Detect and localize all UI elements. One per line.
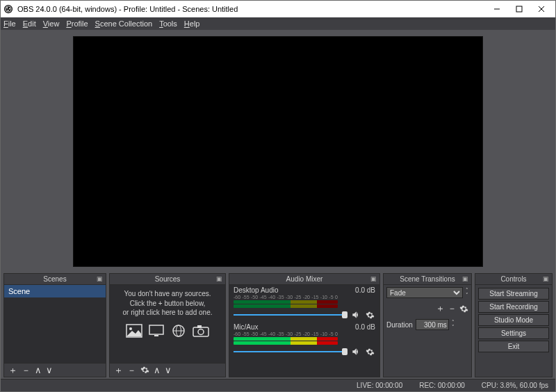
transitions-popout-icon[interactable]: ▣	[462, 275, 468, 282]
mixer-track-mic: Mic/Aux 0.0 dB -60-55-50-45-40-35-30-25-…	[229, 322, 379, 359]
speaker-icon[interactable]	[350, 346, 361, 357]
meter-bar	[234, 341, 338, 345]
bottom-panels: Scenes ▣ Scene ＋ － ∧ ∨ Sources ▣ You don…	[1, 270, 555, 379]
add-transition-button[interactable]: ＋	[436, 302, 445, 315]
svg-rect-18	[197, 325, 202, 328]
controls-body: Start Streaming Start Recording Studio M…	[475, 285, 552, 377]
transition-select-spin[interactable]: ˄˅	[466, 288, 468, 297]
scenes-title: Scenes	[43, 275, 66, 283]
menu-file[interactable]: File	[3, 19, 16, 28]
mixer-track-desktop: Desktop Audio 0.0 dB -60-55-50-45-40-35-…	[229, 285, 379, 322]
svg-point-4	[9, 8, 10, 10]
controls-panel: Controls ▣ Start Streaming Start Recordi…	[475, 273, 553, 377]
controls-title: Controls	[500, 275, 526, 283]
scenes-toolbar: ＋ － ∧ ∨	[4, 363, 106, 377]
start-streaming-button[interactable]: Start Streaming	[478, 288, 549, 300]
sources-empty-icons	[110, 320, 225, 340]
globe-source-icon	[170, 323, 188, 338]
sources-empty-text: You don't have any sources. Click the + …	[110, 285, 225, 320]
source-up-button[interactable]: ∧	[154, 366, 161, 375]
scenes-popout-icon[interactable]: ▣	[97, 275, 103, 282]
sources-popout-icon[interactable]: ▣	[216, 275, 222, 282]
close-button[interactable]	[530, 1, 553, 17]
obs-app-icon	[3, 4, 13, 14]
scene-down-button[interactable]: ∨	[46, 366, 53, 375]
controls-header: Controls ▣	[475, 274, 552, 285]
display-source-icon	[147, 323, 165, 338]
minimize-button[interactable]	[486, 1, 508, 17]
audio-mixer-panel: Audio Mixer ▣ Desktop Audio 0.0 dB -60-5…	[229, 273, 380, 377]
gear-icon[interactable]	[364, 346, 375, 357]
exit-button[interactable]: Exit	[478, 341, 549, 352]
preview-canvas[interactable]	[73, 36, 483, 267]
mixer-popout-icon[interactable]: ▣	[370, 275, 377, 282]
menu-help[interactable]: Help	[184, 19, 200, 28]
transitions-panel: Scene Transitions ▣ Fade ˄˅ ＋ － Duration	[383, 273, 472, 377]
svg-point-5	[8, 10, 9, 11]
menubar: File Edit View Profile Scene Collection …	[1, 17, 555, 30]
menu-scene-collection[interactable]: Scene Collection	[95, 19, 153, 28]
menu-tools[interactable]: Tools	[159, 19, 177, 28]
studio-mode-button[interactable]: Studio Mode	[478, 314, 549, 326]
svg-rect-7	[516, 6, 522, 12]
transitions-header: Scene Transitions ▣	[384, 274, 471, 285]
transitions-body: Fade ˄˅ ＋ － Duration ˄˅	[384, 285, 471, 377]
titlebar: OBS 24.0.0 (64-bit, windows) - Profile: …	[1, 1, 555, 17]
meter-bar	[234, 300, 338, 304]
controls-popout-icon[interactable]: ▣	[543, 275, 549, 282]
maximize-button[interactable]	[508, 1, 530, 17]
scenes-panel: Scenes ▣ Scene ＋ － ∧ ∨	[3, 273, 106, 377]
image-source-icon	[125, 323, 143, 338]
remove-transition-button[interactable]: －	[448, 302, 457, 315]
camera-source-icon	[192, 323, 210, 338]
scene-up-button[interactable]: ∧	[35, 366, 42, 375]
menu-edit[interactable]: Edit	[23, 19, 36, 28]
settings-button[interactable]: Settings	[478, 327, 549, 339]
meter-bar	[234, 304, 338, 308]
scenes-list[interactable]: Scene	[4, 285, 106, 363]
source-down-button[interactable]: ∨	[165, 366, 172, 375]
sources-header: Sources ▣	[110, 274, 225, 285]
mixer-header: Audio Mixer ▣	[229, 274, 379, 285]
meter-ticks: -60-55-50-45-40-35-30-25-20-15-10-50	[234, 295, 375, 300]
transition-select[interactable]: Fade	[386, 287, 463, 298]
gear-icon[interactable]	[364, 309, 375, 320]
meter-ticks: -60-55-50-45-40-35-30-25-20-15-10-50	[234, 332, 375, 336]
duration-input[interactable]	[416, 319, 449, 330]
menu-profile[interactable]: Profile	[66, 19, 88, 28]
track-level: 0.0 dB	[355, 286, 375, 294]
sources-toolbar: ＋ － ∧ ∨	[110, 363, 225, 377]
add-scene-button[interactable]: ＋	[8, 366, 17, 375]
status-live: LIVE: 00:00:00	[357, 382, 402, 389]
preview-area	[1, 30, 555, 270]
start-recording-button[interactable]: Start Recording	[478, 301, 549, 313]
window-title: OBS 24.0.0 (64-bit, windows) - Profile: …	[17, 5, 486, 13]
scene-item[interactable]: Scene	[4, 285, 106, 297]
scenes-header: Scenes ▣	[4, 274, 106, 285]
sources-list[interactable]: You don't have any sources. Click the + …	[110, 285, 225, 363]
sources-title: Sources	[155, 275, 181, 283]
statusbar: LIVE: 00:00:00 REC: 00:00:00 CPU: 3.8%, …	[1, 379, 555, 391]
status-cpu: CPU: 3.8%, 60.00 fps	[482, 382, 548, 389]
transitions-title: Scene Transitions	[400, 275, 455, 283]
app-window: OBS 24.0.0 (64-bit, windows) - Profile: …	[0, 0, 556, 392]
status-rec: REC: 00:00:00	[419, 382, 465, 389]
mixer-body: Desktop Audio 0.0 dB -60-55-50-45-40-35-…	[229, 285, 379, 377]
transition-properties-button[interactable]	[459, 304, 468, 313]
track-name: Mic/Aux	[234, 323, 259, 331]
duration-spin[interactable]: ˄˅	[452, 320, 455, 329]
svg-point-11	[129, 327, 132, 330]
svg-rect-13	[154, 335, 158, 336]
track-level: 0.0 dB	[355, 323, 375, 331]
volume-slider[interactable]	[234, 311, 348, 318]
remove-source-button[interactable]: －	[127, 366, 136, 375]
add-source-button[interactable]: ＋	[114, 366, 123, 375]
svg-rect-12	[149, 325, 163, 334]
speaker-icon[interactable]	[350, 309, 361, 320]
remove-scene-button[interactable]: －	[22, 366, 31, 375]
sources-panel: Sources ▣ You don't have any sources. Cl…	[109, 273, 226, 377]
menu-view[interactable]: View	[43, 19, 60, 28]
volume-slider[interactable]	[234, 348, 348, 355]
source-properties-button[interactable]	[140, 366, 149, 375]
svg-point-3	[6, 7, 8, 8]
